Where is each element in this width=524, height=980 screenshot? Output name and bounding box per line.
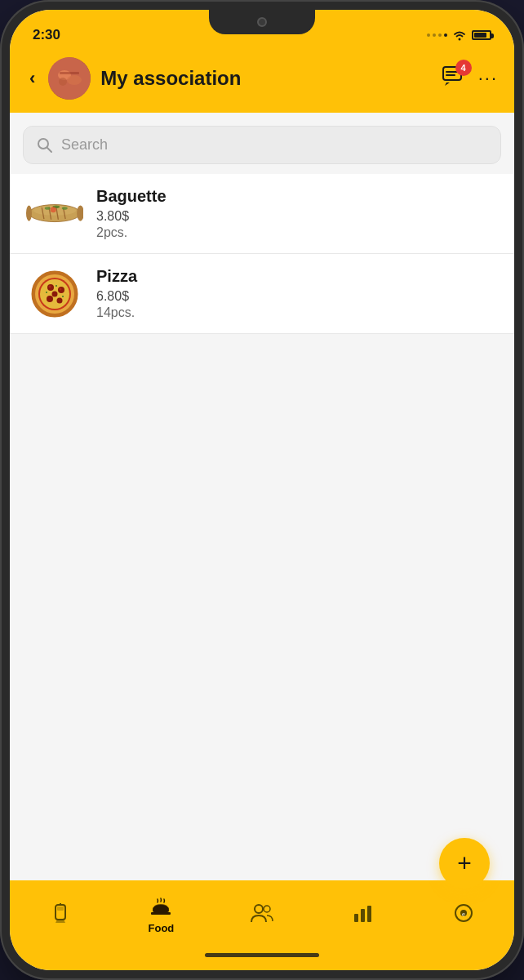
product-image-pizza [26, 271, 83, 316]
home-indicator [10, 947, 514, 970]
svg-point-37 [62, 296, 64, 297]
pizza-qty: 14pcs. [96, 305, 498, 320]
product-image-baguette [26, 191, 83, 236]
baguette-price: 3.80$ [96, 209, 498, 224]
product-item-pizza[interactable]: Pizza 6.80$ 14pcs. [10, 254, 514, 334]
pizza-info: Pizza 6.80$ 14pcs. [96, 267, 498, 320]
product-list: Baguette 3.80$ 2pcs. [10, 174, 514, 334]
app-header: ‹ My association [10, 49, 514, 113]
svg-point-45 [154, 904, 167, 909]
signal-icon [427, 33, 447, 37]
svg-point-38 [56, 285, 57, 287]
nav-item-stats[interactable] [339, 902, 388, 927]
status-time: 2:30 [33, 27, 60, 43]
baguette-info: Baguette 3.80$ 2pcs. [96, 187, 498, 240]
svg-point-3 [67, 75, 82, 85]
svg-point-47 [264, 906, 270, 912]
add-fab-button[interactable]: + [439, 838, 490, 889]
stats-icon [353, 902, 374, 924]
pizza-name: Pizza [96, 267, 498, 286]
product-item-baguette[interactable]: Baguette 3.80$ 2pcs. [10, 174, 514, 254]
svg-point-46 [255, 905, 263, 913]
phone-screen: 2:30 [10, 10, 514, 970]
settings-icon: e [453, 902, 474, 924]
food-icon [149, 896, 172, 919]
svg-point-23 [26, 205, 32, 220]
notification-badge: 4 [455, 60, 472, 76]
avatar[interactable] [48, 57, 91, 100]
home-bar [205, 953, 319, 957]
svg-rect-50 [367, 906, 371, 922]
phone-frame: 2:30 [0, 0, 524, 980]
header-title: My association [100, 67, 432, 90]
search-bar[interactable]: Search [23, 126, 501, 164]
svg-point-32 [57, 297, 63, 303]
svg-point-33 [52, 291, 58, 296]
svg-point-31 [47, 296, 53, 302]
nav-item-people[interactable] [238, 902, 286, 927]
drinks-icon [50, 902, 71, 924]
nav-item-food[interactable]: Food [136, 896, 185, 934]
header-actions: 4 ··· [442, 66, 498, 91]
back-button[interactable]: ‹ [26, 65, 38, 92]
svg-point-34 [49, 285, 51, 287]
notch [209, 10, 315, 34]
svg-point-20 [62, 207, 68, 210]
svg-text:e: e [462, 911, 465, 917]
svg-rect-5 [60, 72, 79, 74]
svg-point-18 [45, 207, 51, 210]
pizza-price: 6.80$ [96, 289, 498, 304]
status-icons [427, 29, 491, 41]
svg-point-35 [60, 287, 62, 290]
search-container: Search [10, 113, 514, 174]
svg-point-4 [59, 78, 67, 86]
food-label: Food [149, 922, 175, 934]
baguette-qty: 2pcs. [96, 225, 498, 240]
nav-item-settings[interactable]: e [439, 902, 488, 927]
svg-line-10 [47, 148, 51, 152]
baguette-name: Baguette [96, 187, 498, 206]
more-options-icon[interactable]: ··· [478, 68, 498, 89]
svg-point-21 [51, 207, 56, 212]
svg-rect-49 [361, 909, 365, 922]
wifi-icon [452, 29, 467, 41]
svg-rect-48 [354, 914, 358, 922]
svg-rect-40 [57, 906, 64, 911]
nav-item-drinks[interactable] [36, 902, 85, 928]
empty-space [10, 334, 514, 880]
notification-wrapper[interactable]: 4 [442, 66, 465, 91]
front-camera [257, 17, 267, 27]
search-icon [37, 137, 53, 154]
svg-point-0 [459, 38, 461, 41]
search-placeholder[interactable]: Search [61, 136, 108, 154]
svg-point-9 [38, 139, 48, 149]
people-icon [250, 902, 274, 924]
main-content: Search [10, 113, 514, 880]
bottom-navigation: Food [10, 880, 514, 947]
svg-point-22 [77, 205, 83, 220]
svg-point-36 [46, 292, 47, 293]
battery-icon [472, 30, 491, 40]
